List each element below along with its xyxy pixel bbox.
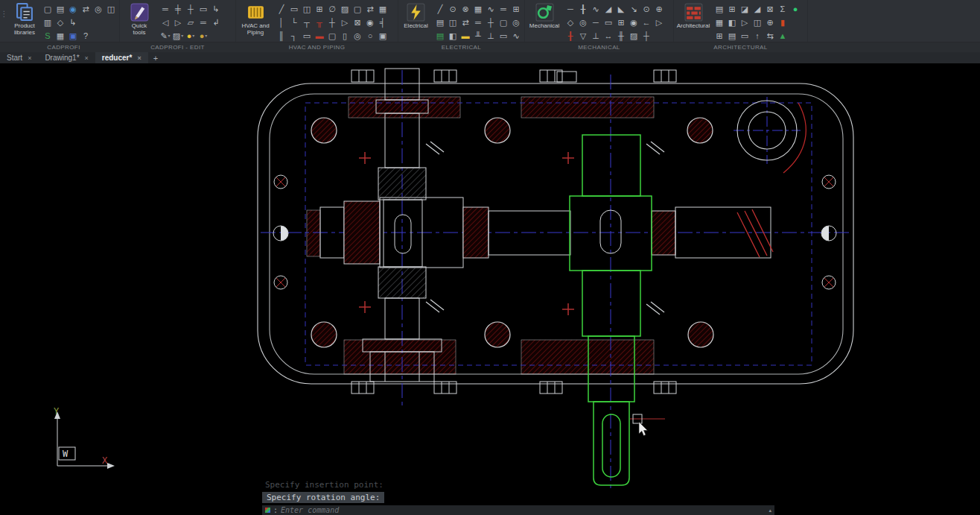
datum-icon[interactable]: ⊥ [590, 30, 602, 42]
mail-icon[interactable]: ⊠ [764, 3, 776, 15]
grid-icon[interactable]: ⊞ [726, 3, 738, 15]
join-pipes-icon[interactable]: ╪ [172, 3, 184, 15]
cross-fitting-icon[interactable]: ┼ [326, 16, 338, 28]
door-icon[interactable]: ▷ [739, 16, 751, 28]
terminal-icon[interactable]: ╨ [472, 30, 484, 42]
view-icon[interactable]: ⊙ [640, 3, 652, 15]
axis-target-icon[interactable]: ⊕ [764, 16, 776, 28]
tab-reducer[interactable]: reducer*× [95, 52, 148, 63]
wire-icon[interactable]: ∿ [485, 3, 497, 15]
web-catalog-icon[interactable]: ◉ [67, 3, 79, 15]
pump-icon[interactable]: ◉ [364, 16, 376, 28]
surface-finish-icon[interactable]: ▽ [577, 30, 589, 42]
drop-icon[interactable]: ┐ [288, 30, 300, 42]
update-icon[interactable]: ⇄ [80, 3, 92, 15]
cap-icon[interactable]: ╡ [377, 16, 389, 28]
divide-icon[interactable]: ↳ [210, 3, 222, 15]
tab-drawing1[interactable]: Drawing1*× [38, 52, 95, 63]
screw-icon[interactable]: ╂ [577, 3, 589, 15]
tee-marked-icon[interactable]: ╥ [314, 16, 325, 28]
panel-icon[interactable]: ▦ [472, 3, 484, 15]
vertical-duct-icon[interactable]: ║ [276, 30, 287, 42]
socket-icon[interactable]: ⊙ [447, 3, 459, 15]
fitting-left-icon[interactable]: ◁ [159, 16, 171, 28]
spring-icon[interactable]: ∿ [590, 3, 602, 15]
ribbon-handle[interactable]: ⋮ [0, 10, 8, 18]
weld-icon[interactable]: ◢ [602, 3, 614, 15]
detail-icon[interactable]: ⊕ [653, 3, 665, 15]
arrow-left-icon[interactable]: ← [640, 16, 652, 28]
plan-icon[interactable]: ▦ [713, 16, 725, 28]
flow-arrows-icon[interactable]: ⇄ [364, 3, 376, 15]
tolerance-icon[interactable]: ▷ [653, 16, 665, 28]
numbering-icon[interactable]: ⊞ [713, 30, 725, 42]
circuit-icon[interactable]: ∿ [510, 30, 522, 42]
bearing-icon[interactable]: ⊞ [615, 16, 627, 28]
cable-tray-icon[interactable]: ═ [497, 3, 509, 15]
wall-icon[interactable]: ◧ [726, 16, 738, 28]
parallel-icon[interactable]: ▱ [185, 16, 197, 28]
mechanical-button[interactable]: Mechanical [527, 1, 561, 44]
about-info-icon[interactable]: ◎ [92, 3, 104, 15]
section-line-icon[interactable]: ╫ [615, 30, 627, 42]
boiler-icon[interactable]: ▢ [326, 30, 338, 42]
edit-pipe-icon[interactable]: ═ [159, 3, 171, 15]
tank-icon[interactable]: ▯ [339, 30, 351, 42]
mark-m-icon[interactable]: ╂ [564, 30, 576, 42]
command-bar[interactable]: : ▴ [262, 505, 774, 515]
fitting-right-icon[interactable]: ▷ [172, 16, 184, 28]
line-e-icon[interactable]: ═ [472, 16, 484, 28]
architectural-button[interactable]: Architectural [676, 1, 710, 44]
round-duct-icon[interactable]: ∅ [326, 3, 338, 15]
scheme-edit-icon[interactable]: ▨ [172, 30, 184, 42]
shaft-icon[interactable]: ─ [564, 3, 576, 15]
info-marker-icon[interactable]: ▮ [777, 16, 789, 28]
settings-icon[interactable]: S [42, 30, 54, 42]
leader-icon[interactable]: ↘ [628, 3, 640, 15]
axis-icon[interactable]: ┼ [640, 30, 652, 42]
help-icon[interactable]: ? [80, 30, 92, 42]
duct-joint-icon[interactable]: ◫ [301, 3, 313, 15]
tab-start[interactable]: Start× [0, 52, 38, 63]
meter-icon[interactable]: ◎ [351, 30, 363, 42]
duct-icon[interactable]: ▭ [288, 3, 300, 15]
new-tab-button[interactable]: + [148, 52, 163, 63]
device-icon[interactable]: ▢ [497, 16, 509, 28]
cross-pipes-icon[interactable]: ┼ [185, 3, 197, 15]
dimension-icon[interactable]: ↔ [602, 30, 614, 42]
scheme-icon[interactable]: ▤ [434, 30, 446, 42]
riser-icon[interactable]: │ [276, 16, 287, 28]
grille-icon[interactable]: ▦ [377, 3, 389, 15]
frame-icon[interactable]: ◫ [105, 3, 117, 15]
attributes-icon[interactable]: ▤ [54, 3, 66, 15]
segment-icon[interactable]: ▭ [197, 3, 209, 15]
command-expand-icon[interactable]: ▴ [769, 508, 771, 514]
nut-icon[interactable]: ◇ [564, 16, 576, 28]
switch-icon[interactable]: ╱ [434, 3, 446, 15]
block-export-icon[interactable]: ↳ [67, 16, 79, 28]
cad-drawing[interactable]: W Y X [0, 64, 980, 515]
elbow-icon[interactable]: └ [288, 16, 300, 28]
quick-edit-icon[interactable]: ✎ [159, 30, 171, 42]
lamp-icon[interactable]: ⊗ [459, 3, 471, 15]
print-icon[interactable]: ▦ [54, 30, 66, 42]
fitting-icon[interactable]: ⊞ [314, 3, 325, 15]
product-libraries-button[interactable]: Product libraries [10, 1, 39, 44]
strip-icon[interactable]: ▤ [434, 16, 446, 28]
furniture-icon[interactable]: ▭ [739, 30, 751, 42]
sleeve-icon[interactable]: ▭ [301, 30, 313, 42]
render-sphere-icon[interactable]: ● [197, 30, 209, 42]
sensor-icon[interactable]: ○ [364, 30, 376, 42]
symbol-insert-icon[interactable]: ◇ [54, 16, 66, 28]
conduit-icon[interactable]: ◫ [447, 16, 459, 28]
sum-icon[interactable]: Σ [777, 3, 789, 15]
radiator-icon[interactable]: ▬ [314, 30, 325, 42]
direction-icon[interactable]: ⇄ [459, 16, 471, 28]
junction-box-icon[interactable]: ⊞ [510, 3, 522, 15]
roof-icon[interactable]: ◢ [751, 3, 763, 15]
north-arrow-icon[interactable]: ↑ [751, 30, 763, 42]
junction-icon[interactable]: ┼ [485, 16, 497, 28]
cabinet-icon[interactable]: ◧ [447, 30, 459, 42]
pin-icon[interactable]: ─ [590, 16, 602, 28]
busbar-icon[interactable]: ▬ [459, 30, 471, 42]
